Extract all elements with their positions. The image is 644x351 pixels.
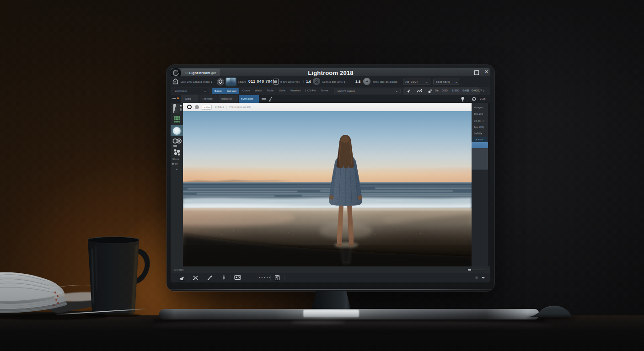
svg-text:2: 2 — [174, 81, 176, 84]
